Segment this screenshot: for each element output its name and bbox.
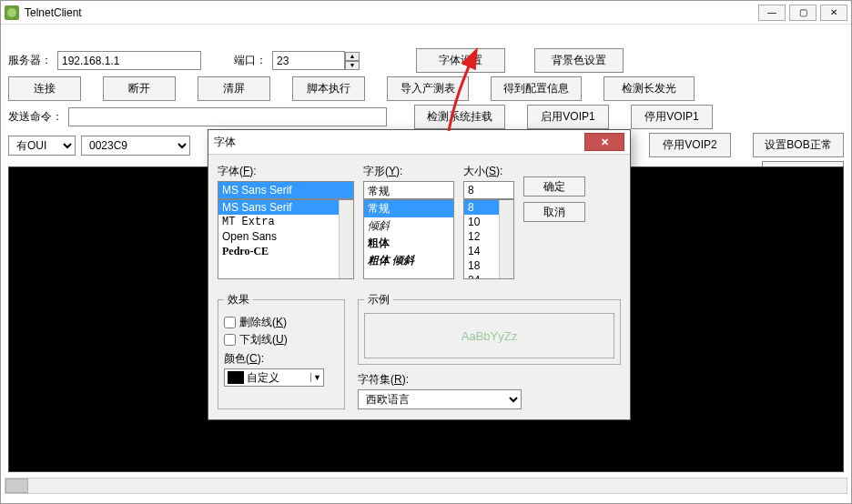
list-item[interactable]: 粗体 xyxy=(364,235,453,252)
font-name-input[interactable]: MS Sans Serif xyxy=(218,181,354,199)
sample-text: AaBbYyZz xyxy=(364,313,614,358)
underline-checkbox[interactable]: 下划线(U) xyxy=(224,332,339,348)
disable-voip2-button[interactable]: 停用VOIP2 xyxy=(649,133,731,157)
list-item[interactable]: Open Sans xyxy=(218,229,339,244)
oui-mode-select[interactable]: 有OUI xyxy=(8,136,76,156)
list-item[interactable]: 24 xyxy=(464,273,499,279)
detect-long-button[interactable]: 检测长发光 xyxy=(604,76,695,101)
oui-value-select[interactable]: 0023C9 xyxy=(81,136,190,156)
sample-legend: 示例 xyxy=(364,292,393,307)
font-field-label: 字体(F): xyxy=(218,164,354,179)
list-item[interactable]: MS Sans Serif xyxy=(218,200,339,215)
font-style-input[interactable]: 常规 xyxy=(363,181,454,199)
script-button[interactable]: 脚本执行 xyxy=(292,76,365,101)
detect-sys-button[interactable]: 检测系统挂载 xyxy=(414,105,505,129)
style-listbox[interactable]: 常规 倾斜 粗体 粗体 倾斜 xyxy=(363,199,454,279)
font-size-input[interactable]: 8 xyxy=(463,181,514,199)
sample-group: 示例 AaBbYyZz xyxy=(358,292,621,365)
close-icon: ✕ xyxy=(601,136,609,148)
font-dialog-title: 字体 xyxy=(214,135,584,150)
strikethrough-checkbox[interactable]: 删除线(K) xyxy=(224,315,339,330)
list-item[interactable]: 倾斜 xyxy=(364,217,453,235)
size-field-label: 大小(S): xyxy=(463,164,514,179)
menubar[interactable] xyxy=(1,25,851,45)
disconnect-button[interactable]: 断开 xyxy=(103,76,176,101)
list-item[interactable]: 14 xyxy=(464,244,499,258)
app-icon xyxy=(5,5,19,20)
spin-down-icon[interactable]: ▼ xyxy=(345,61,360,70)
server-label: 服务器： xyxy=(8,53,52,68)
ok-button[interactable]: 确定 xyxy=(523,176,585,197)
font-dialog-close-button[interactable]: ✕ xyxy=(584,133,624,151)
set-bob-button[interactable]: 设置BOB正常 xyxy=(753,133,844,157)
minimize-button[interactable]: — xyxy=(758,5,786,21)
disable-voip1-button[interactable]: 停用VOIP1 xyxy=(631,105,713,129)
scrollbar[interactable] xyxy=(499,200,513,278)
get-config-button[interactable]: 得到配置信息 xyxy=(491,76,582,101)
connect-button[interactable]: 连接 xyxy=(8,76,81,101)
charset-select[interactable]: 西欧语言 xyxy=(358,389,522,409)
horizontal-scrollbar[interactable] xyxy=(5,478,847,494)
window-title: TelnetClient xyxy=(25,6,758,19)
scrollbar[interactable] xyxy=(339,200,353,278)
list-item[interactable]: 常规 xyxy=(364,200,453,217)
font-settings-button[interactable]: 字体设置 xyxy=(416,48,505,73)
server-input[interactable] xyxy=(57,51,201,70)
color-label: 颜色(C): xyxy=(224,351,339,367)
color-swatch-icon xyxy=(228,371,244,384)
clear-button[interactable]: 清屏 xyxy=(198,76,270,101)
chevron-down-icon[interactable]: ▼ xyxy=(310,373,323,382)
cancel-button[interactable]: 取消 xyxy=(523,202,585,222)
list-item[interactable]: 粗体 倾斜 xyxy=(364,252,453,269)
bg-settings-button[interactable]: 背景色设置 xyxy=(534,48,624,73)
color-select[interactable]: 自定义 ▼ xyxy=(224,368,324,387)
list-item[interactable]: MT Extra xyxy=(218,215,339,229)
close-button[interactable]: ✕ xyxy=(820,5,847,21)
effects-legend: 效果 xyxy=(224,292,253,307)
list-item[interactable]: Pedro-CE xyxy=(218,244,339,259)
import-button[interactable]: 导入产测表 xyxy=(387,76,469,101)
size-listbox[interactable]: 8 10 12 14 18 24 xyxy=(463,199,514,279)
list-item[interactable]: 18 xyxy=(464,258,499,273)
maximize-button[interactable]: ▢ xyxy=(789,5,816,21)
titlebar[interactable]: TelnetClient — ▢ ✕ xyxy=(1,1,851,25)
effects-group: 效果 删除线(K) 下划线(U) 颜色(C): 自定义 ▼ xyxy=(218,292,345,409)
port-input[interactable]: ▲▼ xyxy=(272,51,360,70)
font-dialog-titlebar[interactable]: 字体 ✕ xyxy=(208,130,630,155)
list-item[interactable]: 10 xyxy=(464,215,499,229)
port-label: 端口： xyxy=(234,53,267,68)
style-field-label: 字形(Y): xyxy=(363,164,454,179)
font-listbox[interactable]: MS Sans Serif MT Extra Open Sans Pedro-C… xyxy=(218,199,354,279)
send-cmd-label: 发送命令： xyxy=(8,109,63,125)
spin-up-icon[interactable]: ▲ xyxy=(345,52,360,61)
list-item[interactable]: 12 xyxy=(464,229,499,244)
enable-voip1-button[interactable]: 启用VOIP1 xyxy=(527,105,609,129)
send-cmd-input[interactable] xyxy=(68,107,387,126)
charset-label: 字符集(R): xyxy=(358,372,621,388)
list-item[interactable]: 8 xyxy=(464,200,499,215)
font-dialog: 字体 ✕ 字体(F): MS Sans Serif MS Sans Serif … xyxy=(208,129,631,420)
